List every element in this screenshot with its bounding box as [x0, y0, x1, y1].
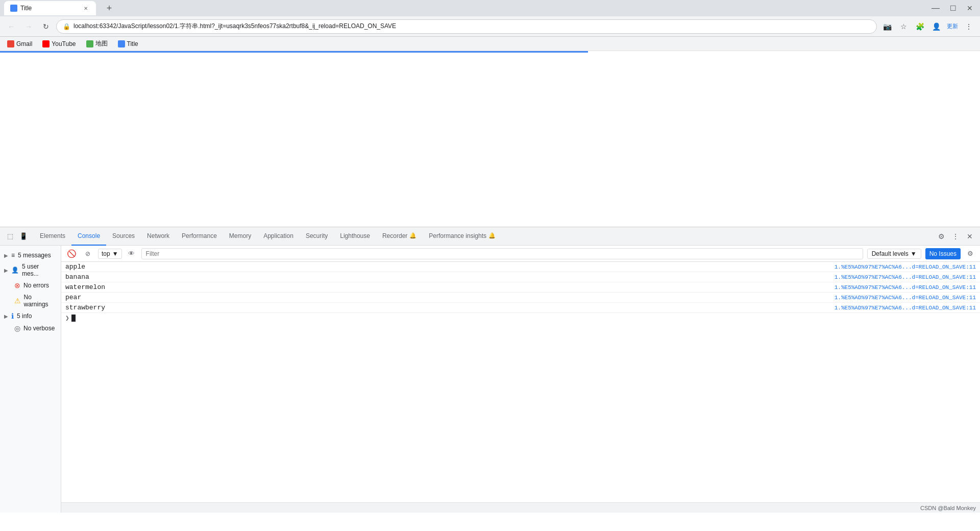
no-issues-button[interactable]: No Issues	[925, 248, 961, 259]
gmail-favicon	[7, 40, 14, 47]
title-favicon	[118, 40, 125, 47]
reload-button[interactable]: ↻	[39, 19, 53, 34]
default-levels-label: Default levels	[872, 250, 909, 257]
filter-options-button[interactable]: ⊘	[82, 248, 94, 260]
active-tab[interactable]: Title ✕	[4, 1, 96, 15]
tab-application[interactable]: Application	[257, 227, 300, 246]
tab-security[interactable]: Security	[300, 227, 334, 246]
filter-input[interactable]	[141, 248, 863, 259]
tab-sources[interactable]: Sources	[106, 227, 141, 246]
console-row-watermelon: watermelon 1.%E5%AD%97%E7%AC%A6...d=RELO…	[61, 282, 980, 293]
warnings-label: No warnings	[24, 294, 57, 308]
errors-label: No errors	[23, 282, 49, 289]
console-toolbar: 🚫 ⊘ top ▼ 👁 Default levels ▼ No Issues ⚙	[61, 246, 980, 262]
context-selector[interactable]: top ▼	[98, 249, 122, 259]
console-settings-button[interactable]: ⚙	[965, 248, 976, 259]
maps-favicon	[86, 40, 93, 47]
console-input-row: ❯	[61, 313, 980, 323]
minimize-button[interactable]: —	[928, 3, 943, 14]
maps-label: 地图	[95, 39, 108, 48]
default-levels-dropdown-icon: ▼	[911, 250, 917, 257]
tab-favicon	[10, 5, 17, 12]
console-text-apple: apple	[65, 263, 830, 271]
console-link-pear[interactable]: 1.%E5%AD%97%E7%AC%A6...d=RELOAD_ON_SAVE:…	[835, 295, 976, 301]
bookmarks-bar: Gmail YouTube 地图 Title	[0, 37, 980, 51]
back-button[interactable]: ←	[4, 19, 18, 34]
tab-network[interactable]: Network	[141, 227, 176, 246]
recorder-icon: 🔔	[409, 232, 416, 239]
console-link-watermelon[interactable]: 1.%E5%AD%97%E7%AC%A6...d=RELOAD_ON_SAVE:…	[835, 284, 976, 291]
menu-button[interactable]: ⋮	[962, 19, 976, 34]
console-row-banana: banana 1.%E5%AD%97%E7%AC%A6...d=RELOAD_O…	[61, 272, 980, 282]
restore-button[interactable]: ☐	[947, 3, 960, 13]
user-messages-expand-icon: ▶	[4, 268, 8, 273]
console-link-apple[interactable]: 1.%E5%AD%97%E7%AC%A6...d=RELOAD_ON_SAVE:…	[835, 264, 976, 270]
info-icon: ℹ	[11, 312, 14, 320]
verbose-label: No verbose	[23, 325, 55, 332]
warning-icon: ⚠	[14, 297, 21, 305]
tab-performance-insights[interactable]: Performance insights 🔔	[423, 227, 502, 246]
sidebar-item-info[interactable]: ▶ ℹ 5 info	[0, 310, 61, 322]
error-icon: ⊗	[14, 281, 20, 289]
sidebar-item-messages[interactable]: ▶ ≡ 5 messages	[0, 250, 61, 261]
bookmark-button[interactable]: ☆	[896, 19, 911, 34]
bookmark-title[interactable]: Title	[115, 39, 141, 49]
verbose-icon: ◎	[14, 324, 20, 332]
youtube-favicon	[42, 40, 50, 47]
sidebar-item-verbose[interactable]: ◎ No verbose	[0, 322, 61, 334]
console-panel: 🚫 ⊘ top ▼ 👁 Default levels ▼ No Issues ⚙	[61, 246, 980, 513]
device-toolbar-button[interactable]: 📱	[17, 230, 30, 243]
extension-button[interactable]: 🧩	[913, 19, 927, 34]
forward-button[interactable]: →	[21, 19, 36, 34]
messages-list-icon: ≡	[11, 252, 15, 259]
clear-console-button[interactable]: 🚫	[65, 248, 78, 260]
context-label: top	[102, 250, 110, 257]
devtools-sidebar: ▶ ≡ 5 messages ▶ 👤 5 user mes... ⊗ No er…	[0, 246, 61, 513]
console-row-apple: apple 1.%E5%AD%97%E7%AC%A6...d=RELOAD_ON…	[61, 262, 980, 272]
devtools-close-button[interactable]: ✕	[964, 230, 976, 243]
console-row-pear: pear 1.%E5%AD%97%E7%AC%A6...d=RELOAD_ON_…	[61, 293, 980, 303]
toolbar-right: 📷 ☆ 🧩 👤 更新 ⋮	[880, 19, 976, 34]
messages-expand-icon: ▶	[4, 253, 8, 258]
bookmark-gmail[interactable]: Gmail	[4, 39, 35, 49]
tab-lighthouse[interactable]: Lighthouse	[334, 227, 376, 246]
watermark-text: CSDN @Bald Monkey	[920, 505, 976, 511]
devtools-more-button[interactable]: ⋮	[949, 230, 962, 243]
profile-button[interactable]: 👤	[929, 19, 943, 34]
info-label: 5 info	[17, 312, 32, 320]
tab-performance[interactable]: Performance	[176, 227, 223, 246]
console-link-banana[interactable]: 1.%E5%AD%97%E7%AC%A6...d=RELOAD_ON_SAVE:…	[835, 274, 976, 280]
tab-recorder[interactable]: Recorder 🔔	[376, 227, 423, 246]
tab-close-button[interactable]: ✕	[82, 4, 90, 12]
address-text: localhost:63342/JavaScript/lesson02/1.字符…	[74, 22, 870, 31]
user-messages-label: 5 user mes...	[22, 263, 57, 277]
sidebar-item-user-messages[interactable]: ▶ 👤 5 user mes...	[0, 261, 61, 279]
tab-memory[interactable]: Memory	[223, 227, 257, 246]
loading-bar	[0, 51, 588, 53]
devtools-panel: ⬚ 📱 Elements Console Sources Network Per…	[0, 227, 980, 513]
default-levels-button[interactable]: Default levels ▼	[867, 249, 921, 259]
console-link-strawberry[interactable]: 1.%E5%AD%97%E7%AC%A6...d=RELOAD_ON_SAVE:…	[835, 305, 976, 311]
eye-button[interactable]: 👁	[126, 248, 137, 259]
title-label: Title	[127, 40, 138, 47]
console-text-watermelon: watermelon	[65, 283, 830, 291]
sidebar-item-errors[interactable]: ⊗ No errors	[0, 279, 61, 292]
tab-elements[interactable]: Elements	[34, 227, 71, 246]
devtools-settings-button[interactable]: ⚙	[935, 230, 947, 243]
title-bar: Title ✕ + — ☐ ✕	[0, 0, 980, 16]
bookmark-youtube[interactable]: YouTube	[39, 39, 79, 49]
new-tab-button[interactable]: +	[102, 1, 116, 15]
tab-console[interactable]: Console	[71, 227, 106, 246]
console-text-strawberry: strawberry	[65, 304, 830, 311]
inspect-element-button[interactable]: ⬚	[4, 230, 16, 243]
screenshot-button[interactable]: 📷	[880, 19, 894, 34]
close-button[interactable]: ✕	[964, 3, 976, 13]
devtools-tab-bar: ⬚ 📱 Elements Console Sources Network Per…	[0, 227, 980, 246]
status-bar: CSDN @Bald Monkey	[61, 502, 980, 513]
tab-title: Title	[20, 5, 79, 12]
browser-frame: Title ✕ + — ☐ ✕ ← → ↻ 🔒 localhost:63342/…	[0, 0, 980, 51]
bookmark-maps[interactable]: 地图	[83, 38, 111, 49]
update-button[interactable]: 更新	[945, 19, 960, 34]
address-bar[interactable]: 🔒 localhost:63342/JavaScript/lesson02/1.…	[56, 19, 877, 34]
sidebar-item-warnings[interactable]: ⚠ No warnings	[0, 292, 61, 310]
